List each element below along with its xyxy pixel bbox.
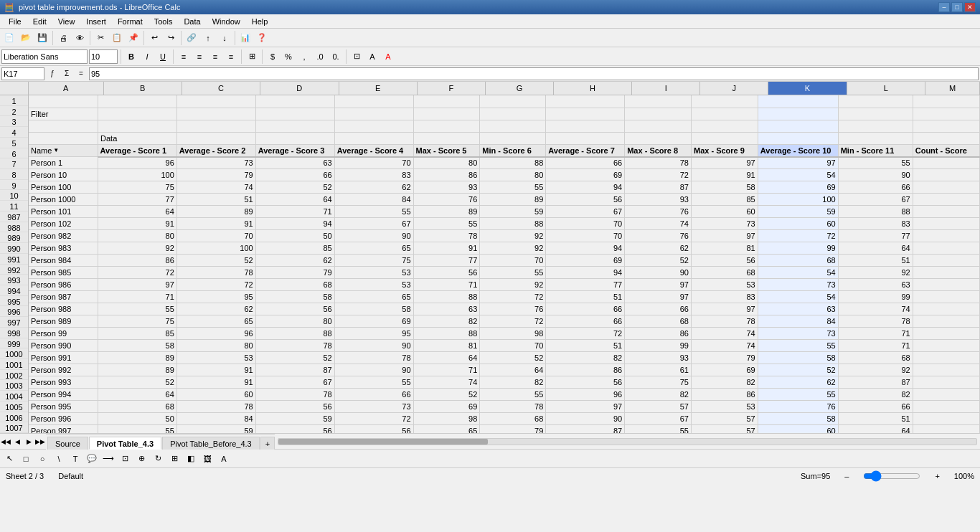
cell-h992[interactable]: 51 — [546, 291, 625, 303]
cell-e987[interactable]: 90 — [334, 230, 413, 242]
row-num-9[interactable]: 9 — [0, 180, 28, 191]
cell-i994[interactable]: 68 — [625, 315, 692, 328]
cell-d2[interactable] — [255, 108, 334, 120]
cell-b993[interactable]: 55 — [98, 303, 177, 315]
cell-e10[interactable]: 55 — [334, 206, 413, 218]
cell-b7[interactable]: 100 — [98, 169, 177, 181]
cell-a994[interactable]: Person 989 — [29, 315, 98, 328]
cell-l987[interactable]: 77 — [838, 230, 913, 242]
cell-m9[interactable] — [913, 194, 979, 206]
menu-help[interactable]: Help — [246, 16, 274, 27]
cell-c1002[interactable]: 84 — [176, 413, 255, 425]
cell-b1000[interactable]: 64 — [98, 389, 177, 401]
cell-a991[interactable]: Person 986 — [29, 279, 98, 291]
row-num-989[interactable]: 989 — [0, 232, 28, 243]
cell-k996[interactable]: 55 — [758, 340, 838, 352]
cell-k997[interactable]: 58 — [758, 352, 838, 364]
sheet-tab-pivot43[interactable]: Pivot Table_4.3 — [89, 437, 161, 450]
cell-h999[interactable]: 56 — [546, 376, 625, 389]
cell-e1[interactable] — [334, 95, 413, 108]
cell-b1001[interactable]: 68 — [98, 401, 177, 413]
cell-l7[interactable]: 90 — [838, 169, 913, 181]
cell-h1001[interactable]: 97 — [546, 401, 625, 413]
save-button[interactable]: 💾 — [34, 30, 50, 46]
cell-l993[interactable]: 74 — [838, 303, 913, 315]
fontwork-button[interactable]: A — [216, 451, 232, 467]
cell-l9[interactable]: 67 — [838, 194, 913, 206]
cell-e992[interactable]: 65 — [334, 291, 413, 303]
cell-l2[interactable] — [838, 108, 913, 120]
cell-e5[interactable]: Average - Score 4 — [334, 144, 413, 157]
cell-d1000[interactable]: 78 — [255, 389, 334, 401]
cell-h1003[interactable]: 87 — [546, 425, 625, 434]
cell-i990[interactable]: 90 — [625, 267, 692, 279]
cell-j5[interactable]: Max - Score 9 — [691, 144, 758, 157]
cell-j987[interactable]: 97 — [691, 230, 758, 242]
cell-e997[interactable]: 78 — [334, 352, 413, 364]
cell-c6[interactable]: 73 — [176, 157, 255, 169]
cell-a1001[interactable]: Person 995 — [29, 401, 98, 413]
col-header-b[interactable]: B — [104, 82, 182, 95]
grid-scroll[interactable]: Filter — [29, 95, 980, 433]
cell-a10[interactable]: Person 101 — [29, 206, 98, 218]
cell-h7[interactable]: 69 — [546, 169, 625, 181]
sort-asc-button[interactable]: ↑ — [200, 30, 216, 46]
cell-f11[interactable]: 55 — [413, 218, 480, 230]
cell-g989[interactable]: 70 — [480, 255, 546, 267]
cell-i6[interactable]: 78 — [625, 157, 692, 169]
cell-c998[interactable]: 91 — [176, 364, 255, 376]
row-num-999[interactable]: 999 — [0, 338, 28, 349]
cell-c994[interactable]: 65 — [176, 315, 255, 328]
cell-i989[interactable]: 52 — [625, 255, 692, 267]
cell-j1001[interactable]: 53 — [691, 401, 758, 413]
align-left-button[interactable]: ≡ — [176, 49, 191, 64]
cell-l1003[interactable]: 64 — [838, 425, 913, 434]
cell-i10[interactable]: 76 — [625, 206, 692, 218]
cell-e1001[interactable]: 73 — [334, 401, 413, 413]
cell-b5[interactable]: Average - Score 1 — [98, 144, 177, 157]
cell-h5[interactable]: Average - Score 7 — [546, 144, 625, 157]
cell-b11[interactable]: 91 — [98, 218, 177, 230]
cell-h995[interactable]: 72 — [546, 328, 625, 340]
cell-b998[interactable]: 89 — [98, 364, 177, 376]
cell-k999[interactable]: 62 — [758, 376, 838, 389]
cell-h10[interactable]: 67 — [546, 206, 625, 218]
cell-d987[interactable]: 50 — [255, 230, 334, 242]
col-header-a[interactable]: A — [29, 82, 104, 95]
cell-d10[interactable]: 71 — [255, 206, 334, 218]
cell-e994[interactable]: 69 — [334, 315, 413, 328]
row-num-8[interactable]: 8 — [0, 169, 28, 180]
cell-h2[interactable] — [546, 108, 625, 120]
row-num-998[interactable]: 998 — [0, 328, 28, 338]
decrease-decimal-button[interactable]: 0. — [329, 49, 343, 64]
menu-file[interactable]: File — [3, 16, 27, 27]
cell-l1[interactable] — [838, 95, 913, 108]
italic-button[interactable]: I — [140, 49, 154, 64]
cell-d988[interactable]: 85 — [255, 242, 334, 255]
cell-l1000[interactable]: 82 — [838, 389, 913, 401]
cell-m987[interactable] — [913, 230, 979, 242]
row-num-993[interactable]: 993 — [0, 275, 28, 285]
menu-window[interactable]: Window — [207, 16, 246, 27]
cell-g7[interactable]: 80 — [480, 169, 546, 181]
align-center-button[interactable]: ≡ — [192, 49, 207, 64]
cell-reference-input[interactable] — [1, 67, 44, 80]
cell-h997[interactable]: 82 — [546, 352, 625, 364]
cell-i9[interactable]: 93 — [625, 194, 692, 206]
cell-a1000[interactable]: Person 994 — [29, 389, 98, 401]
cell-j9[interactable]: 85 — [691, 194, 758, 206]
cell-a990[interactable]: Person 985 — [29, 267, 98, 279]
cell-c10[interactable]: 89 — [176, 206, 255, 218]
cell-h987[interactable]: 70 — [546, 230, 625, 242]
cell-g1003[interactable]: 79 — [480, 425, 546, 434]
cell-m992[interactable] — [913, 291, 979, 303]
cell-i993[interactable]: 66 — [625, 303, 692, 315]
cell-k994[interactable]: 84 — [758, 315, 838, 328]
cell-g1[interactable] — [480, 95, 546, 108]
sheet-nav-next[interactable]: ▶ — [23, 434, 34, 450]
cell-j988[interactable]: 81 — [691, 242, 758, 255]
sheet-tab-source[interactable]: Source — [47, 437, 88, 450]
sheet-nav-first[interactable]: ◀◀ — [0, 434, 11, 450]
sheet-tab-pivot-before[interactable]: Pivot Table_Before_4.3 — [162, 437, 260, 450]
cell-d989[interactable]: 62 — [255, 255, 334, 267]
